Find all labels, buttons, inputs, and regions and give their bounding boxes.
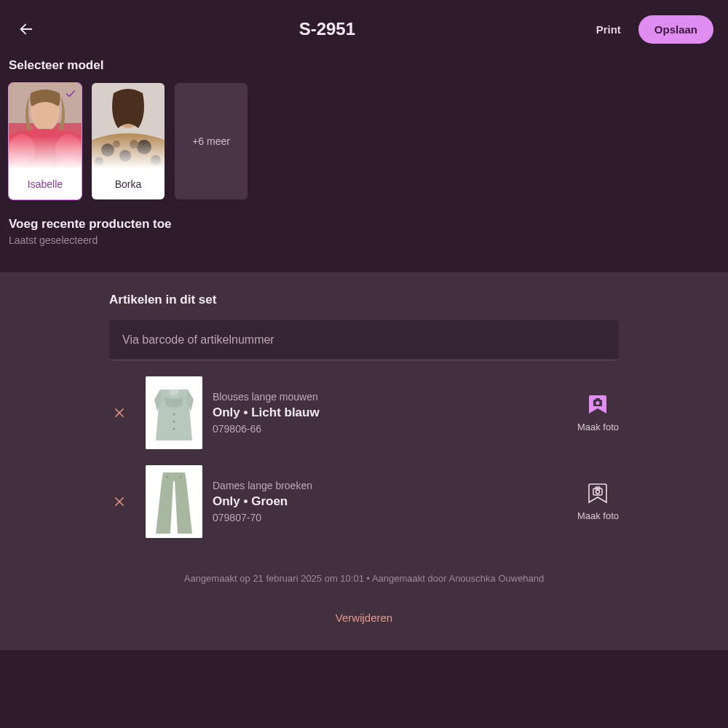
svg-point-27 (167, 476, 169, 478)
arrow-left-icon (18, 21, 34, 37)
bookmark-camera-icon (588, 394, 607, 416)
article-category: Blouses lange mouwen (213, 391, 567, 403)
articles-panel: Artikelen in dit set (0, 272, 728, 650)
check-icon (65, 88, 76, 100)
created-meta: Aangemaakt op 21 februari 2025 om 10:01 … (109, 573, 619, 584)
bottom-spacer (0, 650, 728, 694)
svg-point-20 (173, 428, 175, 430)
header-actions: Print Opslaan (596, 15, 713, 44)
article-thumbnail (146, 376, 202, 449)
article-sku: 079806-66 (213, 423, 567, 435)
model-section-title: Selecteer model (9, 58, 719, 73)
model-label: Borka (115, 178, 142, 190)
svg-point-18 (173, 414, 175, 416)
svg-point-19 (173, 421, 175, 423)
bookmark-camera-icon (588, 483, 607, 505)
article-sku: 079807-70 (213, 512, 567, 523)
make-photo-button[interactable]: Maak foto (577, 483, 619, 521)
recent-subtitle: Laatst geselecteerd (9, 234, 719, 246)
model-more-label: +6 meer (192, 135, 230, 147)
model-label: Isabelle (28, 178, 63, 190)
model-gradient (92, 136, 165, 169)
remove-article-button[interactable] (109, 403, 130, 423)
article-info: Dames lange broeken Only • Groen 079807-… (213, 480, 567, 523)
x-icon (113, 495, 126, 508)
article-info: Blouses lange mouwen Only • Licht blauw … (213, 391, 567, 435)
recent-products-section: Voeg recente producten toe Laatst gesele… (0, 199, 728, 272)
article-name: Only • Licht blauw (213, 405, 567, 420)
article-thumbnail (146, 465, 202, 538)
article-row: Dames lange broeken Only • Groen 079807-… (109, 449, 619, 538)
recent-title: Voeg recente producten toe (9, 217, 719, 232)
model-gradient (9, 136, 82, 169)
article-row: Blouses lange mouwen Only • Licht blauw … (109, 360, 619, 449)
remove-article-button[interactable] (109, 491, 130, 512)
model-image (92, 83, 165, 169)
models-row: Isabelle (9, 83, 719, 199)
make-photo-button[interactable]: Maak foto (577, 394, 619, 432)
panel-title: Artikelen in dit set (109, 293, 619, 307)
model-selector-section: Selecteer model (0, 58, 728, 199)
save-button[interactable]: Opslaan (638, 15, 713, 44)
model-card-isabelle[interactable]: Isabelle (9, 83, 82, 199)
svg-point-30 (596, 490, 600, 494)
panel-inner: Artikelen in dit set (109, 293, 619, 624)
model-card-borka[interactable]: Borka (92, 83, 165, 199)
svg-point-22 (596, 401, 600, 405)
make-photo-label: Maak foto (577, 510, 619, 521)
model-label-wrap: Isabelle (9, 169, 82, 199)
article-name: Only • Groen (213, 494, 567, 509)
print-button[interactable]: Print (596, 23, 621, 36)
header: S-2951 Print Opslaan (0, 0, 728, 58)
svg-rect-23 (596, 398, 600, 400)
make-photo-label: Maak foto (577, 422, 619, 432)
model-more-card[interactable]: +6 meer (175, 83, 248, 199)
page-title: S-2951 (58, 19, 596, 39)
header-left (15, 17, 58, 41)
article-category: Dames lange broeken (213, 480, 567, 491)
delete-button[interactable]: Verwijderen (336, 612, 392, 624)
article-search-input[interactable] (109, 320, 619, 360)
back-button[interactable] (15, 17, 38, 41)
model-label-wrap: Borka (92, 169, 165, 199)
x-icon (113, 406, 126, 419)
svg-point-28 (180, 476, 182, 478)
model-selected-check (64, 87, 77, 100)
